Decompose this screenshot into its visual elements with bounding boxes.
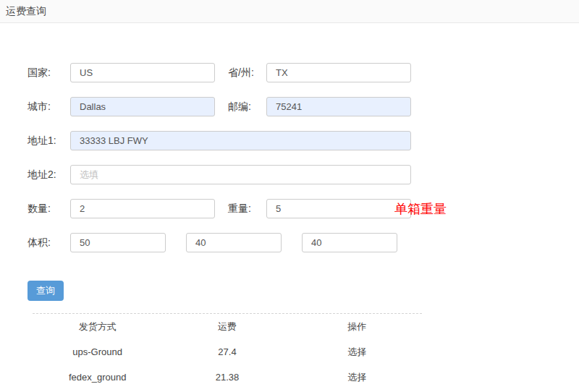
zip-label: 邮编: xyxy=(228,101,266,114)
freight-fee-cell: 21.38 xyxy=(162,365,292,390)
address1-label: 地址1: xyxy=(28,135,70,148)
header-operation: 操作 xyxy=(292,314,422,339)
row-volume: 体积: xyxy=(28,233,579,252)
address2-input[interactable] xyxy=(70,165,411,184)
select-link[interactable]: 选择 xyxy=(347,346,366,357)
shipping-method-cell: fedex_ground xyxy=(33,365,162,390)
row-address2: 地址2: xyxy=(28,165,579,184)
volume-label: 体积: xyxy=(28,237,70,250)
address2-label: 地址2: xyxy=(28,169,70,182)
volume-length-input[interactable] xyxy=(70,233,166,252)
freight-fee-cell: 27.4 xyxy=(162,339,292,365)
city-label: 城市: xyxy=(28,101,70,114)
volume-width-input[interactable] xyxy=(186,233,282,252)
state-input[interactable] xyxy=(266,63,411,82)
table-row: fedex_ground 21.38 选择 xyxy=(33,365,422,390)
address1-input[interactable] xyxy=(70,131,411,150)
city-input[interactable] xyxy=(70,97,215,116)
zip-input[interactable] xyxy=(266,97,411,116)
query-button[interactable]: 查询 xyxy=(28,281,64,301)
country-label: 国家: xyxy=(28,67,70,80)
header-freight-fee: 运费 xyxy=(162,314,292,339)
weight-note: 单箱重量 xyxy=(394,200,447,218)
shipping-options-table: 发货方式 运费 操作 ups-Ground 27.4 选择 fedex_grou… xyxy=(33,314,422,390)
row-city-zip: 城市: 邮编: xyxy=(28,97,579,116)
row-quantity-weight: 数量: 重量: 单箱重量 xyxy=(28,199,579,218)
weight-input[interactable] xyxy=(266,199,411,218)
table-header-row: 发货方式 运费 操作 xyxy=(33,314,422,339)
state-label: 省/州: xyxy=(228,67,266,80)
table-row: ups-Ground 27.4 选择 xyxy=(33,339,422,365)
select-link[interactable]: 选择 xyxy=(347,372,366,383)
page-title: 运费查询 xyxy=(0,0,579,23)
row-address1: 地址1: xyxy=(28,131,579,150)
country-input[interactable] xyxy=(70,63,215,82)
header-shipping-method: 发货方式 xyxy=(33,314,162,339)
shipping-method-cell: ups-Ground xyxy=(33,339,162,365)
quantity-input[interactable] xyxy=(70,199,215,218)
freight-query-form: 国家: 省/州: 城市: 邮编: 地址1: 地址2: 数量: 重量: 单箱重量 … xyxy=(0,63,579,390)
weight-label: 重量: xyxy=(228,203,266,216)
button-row: 查询 xyxy=(28,281,579,301)
volume-height-input[interactable] xyxy=(302,233,397,252)
quantity-label: 数量: xyxy=(28,203,70,216)
row-country-state: 国家: 省/州: xyxy=(28,63,579,82)
